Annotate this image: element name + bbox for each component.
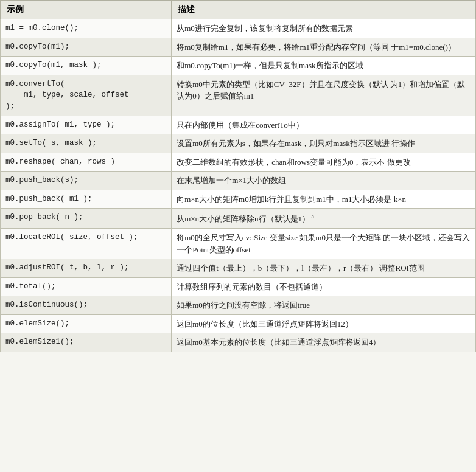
table-row: m0.assignTo( m1, type );只在内部使用（集成在conver… bbox=[1, 116, 476, 134]
footnote-marker: a bbox=[310, 213, 314, 220]
desc-cell: 通过四个值t（最上），b（最下），l（最左），r（最右） 调整ROI范围 bbox=[172, 259, 476, 278]
code-cell: m0.reshape( chan, rows ) bbox=[1, 153, 172, 172]
code-cell: m0.pop_back( n ); bbox=[1, 209, 172, 229]
desc-cell: 从m0进行完全复制，该复制将复制所有的数据元素 bbox=[172, 19, 476, 38]
table-row: m0.adjustROI( t, b, l, r );通过四个值t（最上），b（… bbox=[1, 259, 476, 278]
desc-cell: 计算数组序列的元素的数目（不包括通道） bbox=[172, 277, 476, 296]
table-row: m0.total();计算数组序列的元素的数目（不包括通道） bbox=[1, 277, 476, 296]
code-cell: m0.elemSize1(); bbox=[1, 333, 172, 352]
desc-cell: 改变二维数组的有效形状，chan和rows变量可能为0，表示不 做更改 bbox=[172, 153, 476, 172]
table-row: m0.elemSize1();返回m0基本元素的位长度（比如三通道浮点矩阵将返回… bbox=[1, 333, 476, 352]
desc-cell: 将m0的全尺寸写入cv::Size 变量size 如果m0只是一个大矩阵 的一块… bbox=[172, 229, 476, 259]
code-cell: m0.push_back( m1 ); bbox=[1, 190, 172, 209]
code-cell: m0.setTo( s, mask ); bbox=[1, 134, 172, 153]
table-row: m0.locateROI( size, offset );将m0的全尺寸写入cv… bbox=[1, 229, 476, 259]
desc-cell: 向m×n大小的矩阵m0增加k行并且复制到m1中，m1大小必须是 k×n bbox=[172, 190, 476, 209]
desc-cell: 从m×n大小的矩阵移除n行（默认是1） a bbox=[172, 209, 476, 229]
code-cell: m0.isContinuous(); bbox=[1, 296, 172, 315]
desc-cell: 设置m0所有元素为s，如果存在mask，则只对mask指示区域进 行操作 bbox=[172, 134, 476, 153]
code-cell: m0.total(); bbox=[1, 277, 172, 296]
desc-cell: 返回m0基本元素的位长度（比如三通道浮点矩阵将返回4） bbox=[172, 333, 476, 352]
code-cell: m0.push_back(s); bbox=[1, 172, 172, 190]
col-header-example: 示例 bbox=[1, 1, 172, 19]
table-row: m0.push_back( m1 );向m×n大小的矩阵m0增加k行并且复制到m… bbox=[1, 190, 476, 209]
main-container: 示例 描述 m1 = m0.clone();从m0进行完全复制，该复制将复制所有… bbox=[0, 0, 476, 352]
desc-cell: 返回m0的位长度（比如三通道浮点矩阵将返回12） bbox=[172, 314, 476, 333]
desc-cell: 转换m0中元素的类型（比如CV_32F）并且在尺度变换（默认 为1）和增加偏置（… bbox=[172, 75, 476, 116]
desc-cell: 将m0复制给m1，如果有必要，将给m1重分配内存空间（等同 于m1=m0.clo… bbox=[172, 38, 476, 57]
table-row: m0.copyTo(m1);将m0复制给m1，如果有必要，将给m1重分配内存空间… bbox=[1, 38, 476, 57]
code-cell: m1 = m0.clone(); bbox=[1, 19, 172, 38]
code-cell: m0.assignTo( m1, type ); bbox=[1, 116, 172, 134]
desc-cell: 和m0.copyTo(m1)一样，但是只复制mask所指示的区域 bbox=[172, 57, 476, 75]
desc-cell: 只在内部使用（集成在convertTo中） bbox=[172, 116, 476, 134]
code-cell: m0.convertTo( m1, type, scale, offset ); bbox=[1, 75, 172, 116]
table-row: m0.copyTo(m1, mask );和m0.copyTo(m1)一样，但是… bbox=[1, 57, 476, 75]
reference-table: 示例 描述 m1 = m0.clone();从m0进行完全复制，该复制将复制所有… bbox=[0, 0, 476, 352]
desc-cell: 如果m0的行之间没有空隙，将返回true bbox=[172, 296, 476, 315]
table-row: m0.pop_back( n );从m×n大小的矩阵移除n行（默认是1） a bbox=[1, 209, 476, 229]
code-cell: m0.adjustROI( t, b, l, r ); bbox=[1, 259, 172, 278]
code-cell: m0.copyTo(m1); bbox=[1, 38, 172, 57]
code-cell: m0.copyTo(m1, mask ); bbox=[1, 57, 172, 75]
code-cell: m0.locateROI( size, offset ); bbox=[1, 229, 172, 259]
col-header-desc: 描述 bbox=[172, 1, 476, 19]
code-cell: m0.elemSize(); bbox=[1, 314, 172, 333]
table-row: m0.convertTo( m1, type, scale, offset );… bbox=[1, 75, 476, 116]
table-row: m1 = m0.clone();从m0进行完全复制，该复制将复制所有的数据元素 bbox=[1, 19, 476, 38]
table-row: m0.setTo( s, mask );设置m0所有元素为s，如果存在mask，… bbox=[1, 134, 476, 153]
table-row: m0.reshape( chan, rows )改变二维数组的有效形状，chan… bbox=[1, 153, 476, 172]
table-row: m0.elemSize();返回m0的位长度（比如三通道浮点矩阵将返回12） bbox=[1, 314, 476, 333]
table-row: m0.isContinuous();如果m0的行之间没有空隙，将返回true bbox=[1, 296, 476, 315]
table-row: m0.push_back(s);在末尾增加一个m×1大小的数组 bbox=[1, 172, 476, 190]
desc-cell: 在末尾增加一个m×1大小的数组 bbox=[172, 172, 476, 190]
